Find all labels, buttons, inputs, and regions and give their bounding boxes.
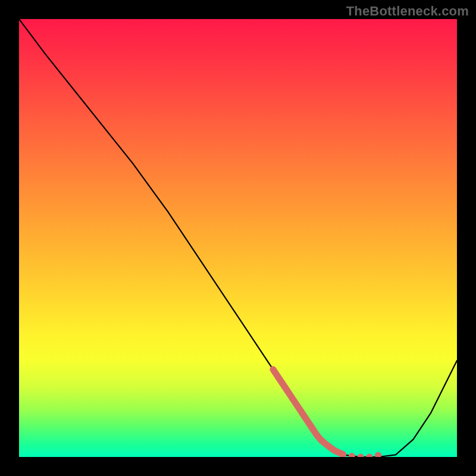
highlight-dot	[375, 452, 381, 457]
highlight-dot	[358, 454, 364, 458]
bottleneck-curve	[19, 19, 457, 457]
plot-svg	[19, 19, 457, 457]
watermark-text: TheBottleneck.com	[346, 4, 469, 19]
chart-stage: TheBottleneck.com	[0, 0, 476, 476]
highlight-stroke	[273, 369, 343, 455]
optimal-range-marker	[273, 369, 381, 457]
plot-area	[19, 19, 457, 457]
highlight-dot	[349, 453, 355, 457]
highlight-dot	[366, 454, 372, 458]
